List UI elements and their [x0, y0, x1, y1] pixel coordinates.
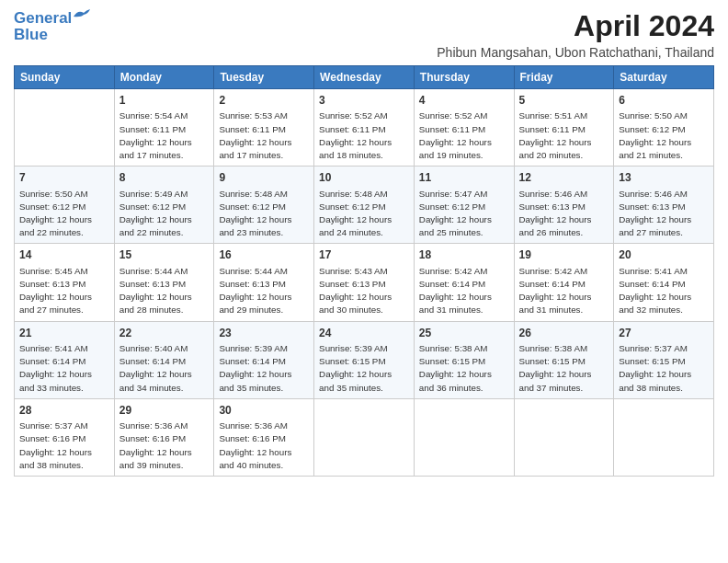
- calendar-week-3: 14Sunrise: 5:45 AM Sunset: 6:13 PM Dayli…: [15, 244, 714, 321]
- calendar-cell: 12Sunrise: 5:46 AM Sunset: 6:13 PM Dayli…: [514, 167, 614, 244]
- weekday-saturday: Saturday: [614, 66, 714, 89]
- calendar-cell: 23Sunrise: 5:39 AM Sunset: 6:14 PM Dayli…: [214, 321, 314, 398]
- day-number: 27: [619, 326, 709, 341]
- day-info: Sunrise: 5:54 AM Sunset: 6:11 PM Dayligh…: [119, 109, 210, 162]
- weekday-friday: Friday: [514, 66, 614, 89]
- day-info: Sunrise: 5:39 AM Sunset: 6:15 PM Dayligh…: [319, 342, 409, 395]
- day-info: Sunrise: 5:48 AM Sunset: 6:12 PM Dayligh…: [219, 188, 309, 240]
- day-number: 11: [419, 170, 509, 186]
- day-info: Sunrise: 5:41 AM Sunset: 6:14 PM Dayligh…: [619, 265, 709, 317]
- day-info: Sunrise: 5:47 AM Sunset: 6:12 PM Dayligh…: [419, 188, 509, 240]
- calendar-cell: 8Sunrise: 5:49 AM Sunset: 6:12 PM Daylig…: [114, 167, 214, 244]
- day-number: 17: [319, 247, 409, 263]
- weekday-thursday: Thursday: [414, 66, 514, 89]
- day-info: Sunrise: 5:50 AM Sunset: 6:12 PM Dayligh…: [619, 109, 709, 162]
- calendar-cell: [314, 398, 415, 476]
- day-info: Sunrise: 5:42 AM Sunset: 6:14 PM Dayligh…: [519, 265, 609, 317]
- calendar-week-4: 21Sunrise: 5:41 AM Sunset: 6:14 PM Dayli…: [15, 321, 714, 398]
- calendar-body: 1Sunrise: 5:54 AM Sunset: 6:11 PM Daylig…: [15, 89, 714, 477]
- day-number: 8: [119, 170, 210, 186]
- weekday-wednesday: Wednesday: [314, 66, 415, 89]
- calendar-cell: 4Sunrise: 5:52 AM Sunset: 6:11 PM Daylig…: [414, 89, 514, 167]
- weekday-tuesday: Tuesday: [214, 66, 314, 89]
- logo: General Blue: [14, 9, 94, 42]
- day-info: Sunrise: 5:43 AM Sunset: 6:13 PM Dayligh…: [319, 265, 409, 317]
- day-number: 16: [219, 247, 309, 263]
- calendar-cell: 25Sunrise: 5:38 AM Sunset: 6:15 PM Dayli…: [414, 321, 514, 398]
- day-info: Sunrise: 5:38 AM Sunset: 6:15 PM Dayligh…: [519, 342, 609, 395]
- calendar-cell: 20Sunrise: 5:41 AM Sunset: 6:14 PM Dayli…: [614, 244, 714, 321]
- day-number: 19: [519, 247, 609, 263]
- day-info: Sunrise: 5:36 AM Sunset: 6:16 PM Dayligh…: [219, 419, 309, 472]
- day-number: 30: [219, 403, 309, 419]
- calendar-cell: 13Sunrise: 5:46 AM Sunset: 6:13 PM Dayli…: [614, 167, 714, 244]
- calendar-cell: 10Sunrise: 5:48 AM Sunset: 6:12 PM Dayli…: [314, 167, 415, 244]
- calendar-cell: [414, 398, 514, 476]
- calendar-cell: 29Sunrise: 5:36 AM Sunset: 6:16 PM Dayli…: [114, 398, 214, 476]
- day-number: 20: [619, 247, 709, 263]
- calendar-week-1: 1Sunrise: 5:54 AM Sunset: 6:11 PM Daylig…: [15, 89, 714, 167]
- day-number: 5: [519, 93, 609, 109]
- day-number: 23: [219, 326, 309, 341]
- logo-text-general: General: [14, 10, 72, 26]
- day-info: Sunrise: 5:51 AM Sunset: 6:11 PM Dayligh…: [519, 109, 609, 162]
- day-info: Sunrise: 5:39 AM Sunset: 6:14 PM Dayligh…: [219, 342, 309, 395]
- day-number: 1: [119, 93, 210, 109]
- calendar-cell: 30Sunrise: 5:36 AM Sunset: 6:16 PM Dayli…: [214, 398, 314, 476]
- calendar-cell: [614, 398, 714, 476]
- main-title: April 2024: [437, 9, 714, 43]
- calendar-cell: 21Sunrise: 5:41 AM Sunset: 6:14 PM Dayli…: [15, 321, 115, 398]
- day-number: 22: [119, 326, 210, 341]
- day-number: 6: [619, 93, 709, 109]
- calendar-cell: 1Sunrise: 5:54 AM Sunset: 6:11 PM Daylig…: [114, 89, 214, 167]
- calendar-cell: 2Sunrise: 5:53 AM Sunset: 6:11 PM Daylig…: [214, 89, 314, 167]
- day-info: Sunrise: 5:52 AM Sunset: 6:11 PM Dayligh…: [419, 109, 509, 162]
- calendar-cell: 26Sunrise: 5:38 AM Sunset: 6:15 PM Dayli…: [514, 321, 614, 398]
- day-number: 15: [119, 247, 210, 263]
- day-number: 9: [219, 170, 309, 186]
- day-number: 18: [419, 247, 509, 263]
- day-number: 13: [619, 170, 709, 186]
- day-info: Sunrise: 5:37 AM Sunset: 6:16 PM Dayligh…: [19, 419, 109, 472]
- logo-text-blue: Blue: [14, 27, 94, 42]
- day-number: 10: [319, 170, 409, 186]
- day-info: Sunrise: 5:46 AM Sunset: 6:13 PM Dayligh…: [619, 188, 709, 240]
- page: General Blue April 2024 Phibun Mangsahan…: [0, 0, 728, 563]
- calendar-cell: 15Sunrise: 5:44 AM Sunset: 6:13 PM Dayli…: [114, 244, 214, 321]
- calendar-cell: 28Sunrise: 5:37 AM Sunset: 6:16 PM Dayli…: [15, 398, 115, 476]
- weekday-header-row: SundayMondayTuesdayWednesdayThursdayFrid…: [15, 66, 714, 89]
- calendar-cell: 11Sunrise: 5:47 AM Sunset: 6:12 PM Dayli…: [414, 167, 514, 244]
- subtitle: Phibun Mangsahan, Ubon Ratchathani, Thai…: [437, 45, 714, 60]
- day-number: 25: [419, 326, 509, 341]
- calendar-cell: 9Sunrise: 5:48 AM Sunset: 6:12 PM Daylig…: [214, 167, 314, 244]
- calendar-cell: 7Sunrise: 5:50 AM Sunset: 6:12 PM Daylig…: [15, 167, 115, 244]
- header: General Blue April 2024 Phibun Mangsahan…: [14, 9, 714, 60]
- day-info: Sunrise: 5:37 AM Sunset: 6:15 PM Dayligh…: [619, 342, 709, 395]
- day-info: Sunrise: 5:48 AM Sunset: 6:12 PM Dayligh…: [319, 188, 409, 240]
- day-info: Sunrise: 5:41 AM Sunset: 6:14 PM Dayligh…: [19, 342, 109, 395]
- calendar-week-2: 7Sunrise: 5:50 AM Sunset: 6:12 PM Daylig…: [15, 167, 714, 244]
- day-info: Sunrise: 5:36 AM Sunset: 6:16 PM Dayligh…: [119, 419, 210, 472]
- calendar-header: SundayMondayTuesdayWednesdayThursdayFrid…: [15, 66, 714, 89]
- day-number: 7: [19, 170, 109, 186]
- calendar-week-5: 28Sunrise: 5:37 AM Sunset: 6:16 PM Dayli…: [15, 398, 714, 476]
- day-number: 29: [119, 403, 210, 419]
- day-info: Sunrise: 5:44 AM Sunset: 6:13 PM Dayligh…: [219, 265, 309, 317]
- day-number: 24: [319, 326, 409, 341]
- day-number: 26: [519, 326, 609, 341]
- calendar-cell: 18Sunrise: 5:42 AM Sunset: 6:14 PM Dayli…: [414, 244, 514, 321]
- day-number: 2: [219, 93, 309, 109]
- calendar-cell: 27Sunrise: 5:37 AM Sunset: 6:15 PM Dayli…: [614, 321, 714, 398]
- day-info: Sunrise: 5:52 AM Sunset: 6:11 PM Dayligh…: [319, 109, 409, 162]
- logo-bird-icon: [74, 9, 94, 24]
- calendar-table: SundayMondayTuesdayWednesdayThursdayFrid…: [14, 65, 714, 477]
- day-info: Sunrise: 5:53 AM Sunset: 6:11 PM Dayligh…: [219, 109, 309, 162]
- day-info: Sunrise: 5:49 AM Sunset: 6:12 PM Dayligh…: [119, 188, 210, 240]
- calendar-cell: 24Sunrise: 5:39 AM Sunset: 6:15 PM Dayli…: [314, 321, 415, 398]
- calendar-cell: 16Sunrise: 5:44 AM Sunset: 6:13 PM Dayli…: [214, 244, 314, 321]
- day-info: Sunrise: 5:45 AM Sunset: 6:13 PM Dayligh…: [19, 265, 109, 317]
- day-number: 21: [19, 326, 109, 341]
- day-number: 28: [19, 403, 109, 419]
- weekday-monday: Monday: [114, 66, 214, 89]
- day-number: 12: [519, 170, 609, 186]
